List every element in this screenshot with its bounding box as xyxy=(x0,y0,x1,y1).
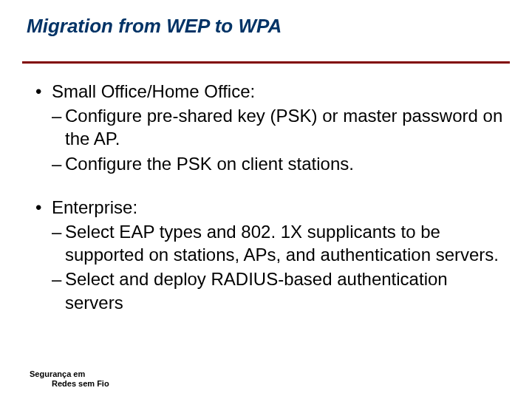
bullet-text: Small Office/Home Office: xyxy=(52,80,510,103)
list-item: – Select EAP types and 802. 1X supplican… xyxy=(52,220,510,266)
footer: Segurança em Redes sem Fio xyxy=(30,369,109,389)
sub-bullet-text: Configure pre-shared key (PSK) or master… xyxy=(65,104,510,150)
list-item: – Select and deploy RADIUS-based authent… xyxy=(52,267,510,313)
bullet-icon: • xyxy=(35,81,52,102)
dash-icon: – xyxy=(52,267,65,290)
sub-list: – Configure pre-shared key (PSK) or mast… xyxy=(35,104,510,175)
sub-list: – Select EAP types and 802. 1X supplican… xyxy=(35,220,510,314)
footer-line1: Segurança em xyxy=(30,369,109,379)
sub-bullet-text: Configure the PSK on client stations. xyxy=(65,152,510,175)
title-underline xyxy=(22,61,510,64)
footer-line2: Redes sem Fio xyxy=(30,379,109,389)
bullet-level1: • Enterprise: xyxy=(35,196,510,219)
bullet-level1: • Small Office/Home Office: xyxy=(35,80,510,103)
sub-bullet-text: Select EAP types and 802. 1X supplicants… xyxy=(65,220,510,266)
dash-icon: – xyxy=(52,152,65,175)
list-item: – Configure the PSK on client stations. xyxy=(52,152,510,175)
bullet-list: • Small Office/Home Office: – Configure … xyxy=(22,80,510,314)
sub-bullet-text: Select and deploy RADIUS-based authentic… xyxy=(65,267,510,313)
slide-title: Migration from WEP to WPA xyxy=(27,15,510,44)
dash-icon: – xyxy=(52,104,65,127)
list-item: • Enterprise: – Select EAP types and 802… xyxy=(35,196,510,314)
bullet-text: Enterprise: xyxy=(52,196,510,219)
slide: Migration from WEP to WPA • Small Office… xyxy=(0,0,532,399)
list-item: • Small Office/Home Office: – Configure … xyxy=(35,80,510,175)
dash-icon: – xyxy=(52,220,65,243)
bullet-icon: • xyxy=(35,197,52,218)
list-item: – Configure pre-shared key (PSK) or mast… xyxy=(52,104,510,150)
